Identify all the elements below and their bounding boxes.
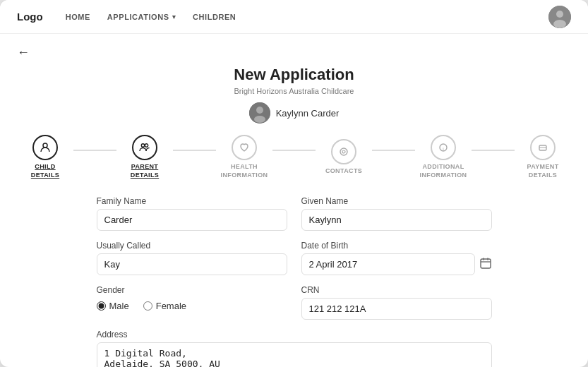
svg-point-7 [141,144,144,147]
step-line-3 [272,150,316,151]
user-name: Kaylynn Carder [276,108,340,119]
family-name-input[interactable] [97,209,287,231]
form-group-given-name: Given Name [301,196,492,231]
step-circle-health [232,135,257,160]
svg-point-4 [256,107,263,114]
radio-male[interactable]: Male [97,301,129,311]
crn-label: CRN [301,285,492,295]
svg-point-10 [342,150,345,153]
nav-items: HOME APPLICATIONS ▾ CHILDREN [66,13,548,21]
crn-input[interactable] [301,298,492,320]
navbar: Logo HOME APPLICATIONS ▾ CHILDREN [0,0,588,34]
step-additional[interactable]: i ADDITIONALINFORMATION [415,135,472,179]
svg-point-6 [43,143,47,148]
dob-wrapper [301,253,492,275]
form-group-address: Address 1 Digital Road, Adelaide, SA 500… [97,330,492,367]
radio-group-gender: Male Female [97,298,287,311]
user-avatar-small [249,102,270,124]
svg-point-9 [340,148,347,155]
svg-point-1 [556,11,563,18]
step-label-payment: PAYMENTDETAILS [527,163,558,179]
form-area: Family Name Given Name Usually Called Da… [97,196,492,367]
given-name-label: Given Name [301,196,492,206]
step-line-1 [73,150,116,151]
form-group-crn: CRN [301,285,492,320]
step-contacts[interactable]: CONTACTS [316,139,372,176]
step-payment[interactable]: PAYMENTDETAILS [515,135,571,179]
usually-called-input[interactable] [97,253,287,275]
step-health[interactable]: HEALTHINFORMATION [216,135,272,179]
svg-rect-14 [481,259,491,268]
nav-item-home[interactable]: HOME [66,13,90,21]
step-parent-details[interactable]: PARENTDETAILS [116,135,173,179]
svg-point-8 [145,144,148,147]
step-circle-child [32,135,58,160]
user-avatar[interactable] [548,6,571,28]
dob-label: Date of Birth [301,241,492,251]
gender-label: Gender [97,285,287,295]
steps-wizard: CHILDDETAILS PARENTDETAILS HEALTHINFORMA… [17,135,571,179]
dob-input[interactable] [301,253,475,275]
form-row-gender-crn: Gender Male Female CRN [97,285,492,320]
step-label-health: HEALTHINFORMATION [221,163,268,179]
family-name-label: Family Name [97,196,287,206]
address-label: Address [97,330,492,339]
given-name-input[interactable] [301,209,492,231]
app-window: Logo HOME APPLICATIONS ▾ CHILDREN ← New [0,0,588,367]
page-subtitle: Bright Horizons Australia Childcare [17,87,571,95]
calendar-icon[interactable] [479,257,492,272]
step-circle-additional: i [431,135,456,160]
step-circle-contacts [331,139,356,164]
step-circle-parent [132,135,157,160]
step-label-child: CHILDDETAILS [31,163,59,179]
chevron-down-icon: ▾ [172,13,176,20]
page-title: New Application [17,66,571,84]
form-group-usually-called: Usually Called [97,241,287,275]
step-label-additional: ADDITIONALINFORMATION [420,163,467,179]
main-content: ← New Application Bright Horizons Austra… [0,34,588,367]
svg-point-5 [254,116,265,123]
form-row-called-dob: Usually Called Date of Birth [97,241,492,275]
radio-female[interactable]: Female [143,301,186,311]
step-line-4 [372,150,415,151]
step-circle-payment [530,135,556,160]
nav-item-applications[interactable]: APPLICATIONS ▾ [107,13,176,21]
address-input[interactable]: 1 Digital Road, Adelaide, SA 5000, AU [97,342,492,367]
step-label-contacts: CONTACTS [325,167,362,176]
svg-text:i: i [443,146,444,152]
form-row-name: Family Name Given Name [97,196,492,231]
step-label-parent: PARENTDETAILS [131,163,159,179]
form-group-dob: Date of Birth [301,241,492,275]
back-button[interactable]: ← [17,45,30,60]
user-row: Kaylynn Carder [17,102,571,124]
step-child-details[interactable]: CHILDDETAILS [17,135,73,179]
step-line-5 [472,150,515,151]
step-line-2 [173,150,216,151]
form-group-family-name: Family Name [97,196,287,231]
form-row-address: Address 1 Digital Road, Adelaide, SA 500… [97,330,492,367]
usually-called-label: Usually Called [97,241,287,251]
logo: Logo [17,11,43,23]
svg-point-2 [553,20,566,28]
form-group-gender: Gender Male Female [97,285,287,320]
nav-item-children[interactable]: CHILDREN [193,13,236,21]
